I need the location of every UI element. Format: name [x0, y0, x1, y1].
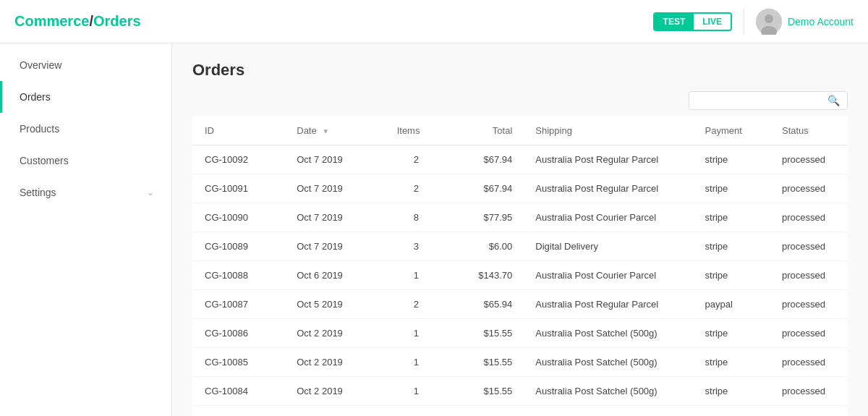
col-header-id: ID [193, 116, 286, 145]
cell-items: 1 [386, 261, 447, 290]
cell-shipping: Digital Delivery [524, 232, 693, 261]
cell-items: 1 [386, 348, 447, 377]
sidebar-label-customers: Customers [20, 155, 69, 166]
cell-id: CG-10091 [193, 174, 286, 203]
cell-items: 1 [386, 377, 447, 406]
cell-date: Oct 5 2019 [285, 290, 385, 319]
cell-status: processed [770, 406, 848, 417]
cell-total: $15.55 [447, 348, 524, 377]
cell-id: CG-10089 [193, 232, 286, 261]
sidebar-item-customers[interactable]: Customers [0, 145, 171, 177]
table-row[interactable]: CG-10083 Oct 2 2019 1 $15.55 Australia P… [193, 406, 848, 417]
cell-shipping: Australia Post Courier Parcel [524, 261, 693, 290]
chevron-down-icon: ⌄ [147, 187, 154, 198]
cell-total: $15.55 [447, 406, 524, 417]
cell-items: 3 [386, 232, 447, 261]
cell-total: $67.94 [447, 145, 524, 174]
orders-table: ID Date ▼ Items Total Shipping Payment S… [192, 116, 848, 416]
table-row[interactable]: CG-10090 Oct 7 2019 8 $77.95 Australia P… [193, 203, 848, 232]
env-test-button[interactable]: TEST [655, 14, 694, 30]
table-body: CG-10092 Oct 7 2019 2 $67.94 Australia P… [193, 145, 848, 417]
search-icon: 🔍 [827, 95, 840, 106]
cell-date: Oct 7 2019 [285, 232, 385, 261]
env-toggle: TEST LIVE [653, 12, 732, 31]
account-area[interactable]: Demo Account [744, 9, 854, 35]
cell-payment: stripe [694, 406, 770, 417]
cell-id: CG-10086 [193, 319, 286, 348]
cell-items: 2 [386, 174, 447, 203]
table-row[interactable]: CG-10092 Oct 7 2019 2 $67.94 Australia P… [193, 145, 848, 174]
cell-id: CG-10083 [193, 406, 286, 417]
cell-items: 2 [386, 145, 447, 174]
sidebar-item-orders[interactable]: Orders [0, 81, 171, 113]
cell-payment: stripe [694, 174, 770, 203]
avatar-icon [756, 9, 782, 35]
cell-id: CG-10087 [193, 290, 286, 319]
cell-shipping: Australia Post Courier Parcel [524, 203, 693, 232]
svg-point-1 [765, 14, 773, 23]
cell-payment: stripe [694, 232, 770, 261]
cell-id: CG-10092 [193, 145, 286, 174]
cell-payment: paypal [694, 290, 770, 319]
page-title: Orders [192, 61, 848, 80]
table-row[interactable]: CG-10085 Oct 2 2019 1 $15.55 Australia P… [193, 348, 848, 377]
col-header-total: Total [447, 116, 524, 145]
cell-status: processed [770, 377, 848, 406]
col-header-status: Status [770, 116, 848, 145]
cell-id: CG-10090 [193, 203, 286, 232]
cell-status: processed [770, 145, 848, 174]
cell-total: $77.95 [447, 203, 524, 232]
cell-items: 8 [386, 203, 447, 232]
logo-commerce: Commerce [14, 13, 89, 29]
topbar: Commerce/Orders TEST LIVE Demo Account [0, 0, 868, 43]
cell-date: Oct 2 2019 [285, 377, 385, 406]
col-header-payment: Payment [694, 116, 770, 145]
search-box[interactable]: 🔍 [689, 91, 848, 110]
cell-date: Oct 7 2019 [285, 203, 385, 232]
sidebar-item-overview[interactable]: Overview [0, 49, 171, 81]
cell-date: Oct 2 2019 [285, 406, 385, 417]
table-toolbar: 🔍 [192, 91, 848, 110]
cell-status: processed [770, 203, 848, 232]
table-row[interactable]: CG-10086 Oct 2 2019 1 $15.55 Australia P… [193, 319, 848, 348]
cell-date: Oct 2 2019 [285, 319, 385, 348]
cell-shipping: Australia Post Regular Parcel [524, 290, 693, 319]
col-header-shipping: Shipping [524, 116, 693, 145]
cell-payment: stripe [694, 377, 770, 406]
cell-date: Oct 7 2019 [285, 145, 385, 174]
cell-date: Oct 6 2019 [285, 261, 385, 290]
cell-items: 1 [386, 319, 447, 348]
cell-shipping: Australia Post Regular Parcel [524, 145, 693, 174]
table-row[interactable]: CG-10089 Oct 7 2019 3 $6.00 Digital Deli… [193, 232, 848, 261]
sidebar-item-products[interactable]: Products [0, 113, 171, 145]
env-live-button[interactable]: LIVE [694, 14, 731, 30]
cell-status: processed [770, 290, 848, 319]
table-row[interactable]: CG-10087 Oct 5 2019 2 $65.94 Australia P… [193, 290, 848, 319]
cell-payment: stripe [694, 145, 770, 174]
sidebar-item-settings[interactable]: Settings ⌄ [0, 177, 171, 208]
cell-items: 1 [386, 406, 447, 417]
cell-total: $67.94 [447, 174, 524, 203]
cell-date: Oct 7 2019 [285, 174, 385, 203]
cell-payment: stripe [694, 348, 770, 377]
cell-total: $65.94 [447, 290, 524, 319]
cell-shipping: Australia Post Satchel (500g) [524, 348, 693, 377]
table-row[interactable]: CG-10084 Oct 2 2019 1 $15.55 Australia P… [193, 377, 848, 406]
table-row[interactable]: CG-10088 Oct 6 2019 1 $143.70 Australia … [193, 261, 848, 290]
cell-id: CG-10084 [193, 377, 286, 406]
col-header-date[interactable]: Date ▼ [285, 116, 385, 145]
sidebar-label-products: Products [20, 123, 59, 135]
search-input[interactable] [697, 95, 827, 106]
cell-status: processed [770, 348, 848, 377]
cell-shipping: Australia Post Satchel (500g) [524, 406, 693, 417]
cell-payment: stripe [694, 203, 770, 232]
table-row[interactable]: CG-10091 Oct 7 2019 2 $67.94 Australia P… [193, 174, 848, 203]
account-name: Demo Account [788, 16, 854, 27]
cell-shipping: Australia Post Regular Parcel [524, 174, 693, 203]
cell-id: CG-10085 [193, 348, 286, 377]
sidebar-label-settings: Settings [20, 187, 56, 198]
layout: Overview Orders Products Customers Setti… [0, 43, 868, 416]
cell-shipping: Australia Post Satchel (500g) [524, 319, 693, 348]
cell-total: $6.00 [447, 232, 524, 261]
cell-status: processed [770, 261, 848, 290]
